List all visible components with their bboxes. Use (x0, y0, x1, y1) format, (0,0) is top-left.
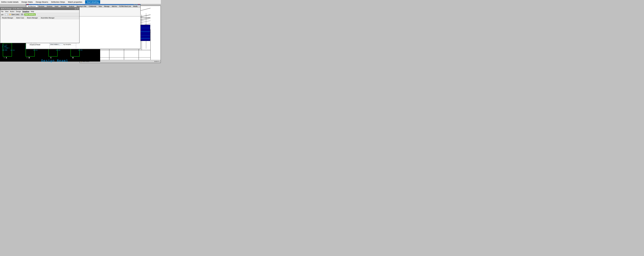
tab-addins[interactable]: Add-Ins (110, 5, 118, 8)
svg-text:2e0.016: 2e0.016 (33, 50, 38, 51)
bim-maximize-icon[interactable]: □ (77, 8, 79, 10)
bim-menu-bar: File View Action Design Detailing Help (0, 10, 79, 13)
svg-text:DL.4080: DL.4080 (2, 46, 7, 47)
section-A-neg: 2e0.016 Stirrups: DL.4080 2L.0.008@0.1 −… (2, 42, 20, 59)
pb-analytical-model[interactable]: Analytical Model (26, 44, 50, 46)
svg-text:A: A (50, 57, 52, 59)
svg-text:− A: − A (4, 57, 7, 59)
bim-menu-help[interactable]: Help (31, 10, 34, 12)
top-menu-bar: Define model details Design Slabs Design… (0, 0, 161, 4)
menu-item-deflection[interactable]: Deflection Strips (51, 1, 65, 3)
svg-text:2L.0.008@0.1: 2L.0.008@0.1 (2, 48, 10, 48)
bim-bottom-bar: Results Manager Select Case Beams Manage… (0, 16, 79, 20)
svg-text:2e0.016: 2e0.016 (56, 50, 60, 51)
bim-window-controls: — □ (75, 8, 79, 10)
bim-menu-action[interactable]: Action (10, 10, 14, 12)
bim-toolbar-lc-label: .LC (1, 14, 4, 16)
menu-item-start-detailing[interactable]: Start detailing (85, 0, 100, 4)
bim-titlebar: BE4E-PLDesign - [1.DL-title1-DL] — □ (0, 7, 79, 10)
menu-item-define[interactable]: Define model details (1, 1, 18, 3)
bim-assemblies-manager[interactable]: Assemblies Manager (40, 17, 56, 19)
bim-toolbar: .LC 📄 📂 Open (.des) 💾 Start detailing (0, 13, 79, 16)
tab-collaborate[interactable]: Collaborate (88, 5, 98, 8)
svg-text:2e0.016: 2e0.016 (2, 50, 7, 51)
svg-text:2e0.016: 2e0.016 (10, 50, 15, 51)
bim-results-manager[interactable]: Results Manager (1, 17, 14, 19)
bim-open-button[interactable]: 📂 Open (.des) (8, 14, 20, 16)
tab-modify[interactable]: Modify (132, 5, 139, 8)
bim-menu-detailing[interactable]: Detailing (22, 10, 29, 12)
bim-select-case[interactable]: Select Case (15, 17, 25, 19)
svg-text:2e0.016: 2e0.016 (78, 50, 82, 51)
menu-item-match[interactable]: Match properties (68, 1, 82, 3)
menu-item-beams[interactable]: Design Beams (36, 1, 48, 3)
svg-text:Stirrups:: Stirrups: (2, 44, 8, 46)
bim-menu-view[interactable]: View (5, 10, 8, 12)
tab-plpak[interactable]: PLPAK-Revit Link (118, 5, 132, 8)
view-controls[interactable]: ⊞ ⊟ ⟳ ⌂ (154, 61, 160, 62)
bim-window: BE4E-PLDesign - [1.DL-title1-DL] — □ Fil… (0, 7, 80, 43)
bim-menu-file[interactable]: File (1, 10, 4, 12)
bim-new-button[interactable]: 📄 (5, 14, 8, 16)
bim-beams-manager[interactable]: Beams Manager (26, 17, 39, 19)
svg-text:B: B (72, 57, 74, 59)
design-beam-label: Design Beam1 (41, 59, 68, 63)
menu-item-slabs[interactable]: Design Slabs (22, 1, 33, 3)
tab-manage[interactable]: Manage (103, 5, 110, 8)
bim-save-button[interactable]: 💾 (20, 14, 24, 16)
bim-start-detailing-button[interactable]: Start detailing (24, 14, 36, 16)
svg-text:− B: − B (26, 57, 30, 59)
tab-view[interactable]: View (98, 5, 103, 8)
prop-show-hidden: Show Hidden L... By Discipline (50, 44, 76, 46)
bim-menu-design[interactable]: Design (16, 10, 21, 12)
bim-minimize-icon[interactable]: — (75, 8, 76, 10)
revit-3d-viewport (76, 16, 140, 48)
bim-window-title: BE4E-PLDesign - [1.DL-title1-DL] (1, 8, 23, 10)
